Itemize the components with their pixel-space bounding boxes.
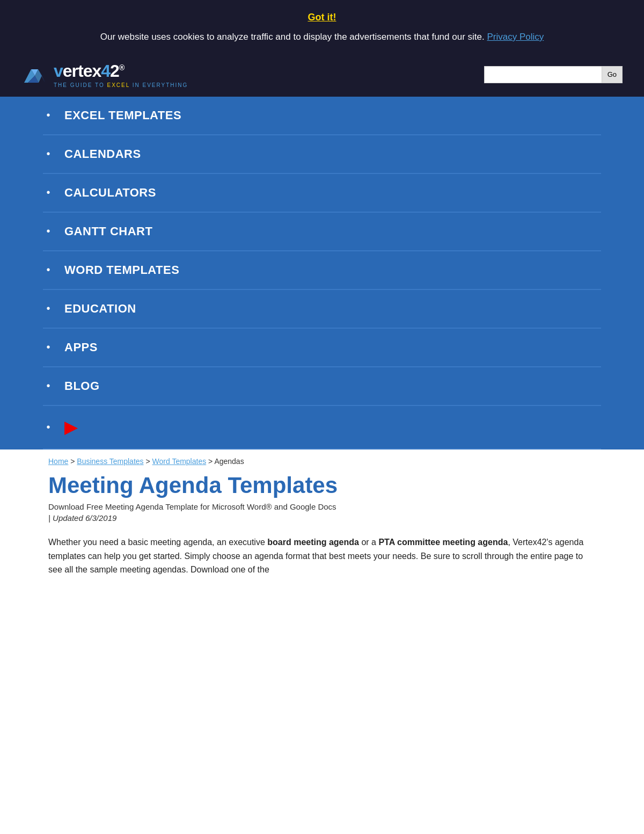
search-area: Go	[484, 66, 623, 83]
page-content: Meeting Agenda Templates Download Free M…	[0, 469, 644, 598]
nav-item-blog[interactable]: BLOG	[43, 367, 601, 406]
logo-subtitle: the guide to excel in everything	[54, 82, 188, 88]
cookie-message: Our website uses cookies to analyze traf…	[100, 32, 485, 42]
breadcrumb-sep2: >	[145, 457, 152, 466]
nav-link-calculators[interactable]: CALCULATORS	[64, 174, 156, 212]
desc-part1: Whether you need a basic meeting agenda,…	[48, 538, 267, 547]
desc-part2: or a	[359, 538, 378, 547]
breadcrumb-current: Agendas	[214, 457, 244, 466]
main-nav: EXCEL TEMPLATES CALENDARS CALCULATORS GA…	[0, 97, 644, 449]
nav-link-blog[interactable]: BLOG	[64, 367, 100, 405]
breadcrumb: Home > Business Templates > Word Templat…	[0, 449, 644, 469]
page-updated: | Updated 6/3/2019	[48, 513, 596, 523]
nav-link-excel-templates[interactable]: EXCEL TEMPLATES	[64, 97, 181, 134]
site-header: vertex42® the guide to excel in everythi…	[0, 55, 644, 97]
nav-link-education[interactable]: EDUCATION	[64, 290, 136, 328]
nav-item-calculators[interactable]: CALCULATORS	[43, 174, 601, 213]
page-title: Meeting Agenda Templates	[48, 473, 596, 498]
logo-title: vertex42®	[54, 61, 188, 81]
nav-item-apps[interactable]: APPS	[43, 329, 601, 367]
breadcrumb-sep3: >	[208, 457, 214, 466]
breadcrumb-word-templates[interactable]: Word Templates	[152, 457, 207, 466]
breadcrumb-business-templates[interactable]: Business Templates	[77, 457, 143, 466]
page-subtitle: Download Free Meeting Agenda Template fo…	[48, 502, 596, 511]
cookie-banner: Got it! Our website uses cookies to anal…	[0, 0, 644, 55]
nav-link-youtube[interactable]: ▶	[64, 406, 77, 448]
nav-item-word-templates[interactable]: WORD TEMPLATES	[43, 251, 601, 290]
nav-item-youtube[interactable]: ▶	[43, 406, 601, 449]
nav-item-excel-templates[interactable]: EXCEL TEMPLATES	[43, 97, 601, 135]
nav-item-education[interactable]: EDUCATION	[43, 290, 601, 329]
nav-link-calendars[interactable]: CALENDARS	[64, 135, 141, 173]
search-button[interactable]: Go	[602, 66, 623, 83]
breadcrumb-home[interactable]: Home	[48, 457, 68, 466]
logo-text-area: vertex42® the guide to excel in everythi…	[54, 61, 188, 88]
nav-item-gantt-chart[interactable]: GANTT CHART	[43, 213, 601, 251]
got-it-link[interactable]: Got it!	[21, 10, 623, 25]
logo-icon	[21, 64, 48, 85]
nav-link-word-templates[interactable]: WORD TEMPLATES	[64, 251, 179, 289]
nav-link-apps[interactable]: APPS	[64, 329, 98, 366]
nav-item-calendars[interactable]: CALENDARS	[43, 135, 601, 174]
nav-link-gantt-chart[interactable]: GANTT CHART	[64, 213, 152, 250]
search-input[interactable]	[484, 66, 602, 83]
nav-list: EXCEL TEMPLATES CALENDARS CALCULATORS GA…	[43, 97, 601, 449]
page-description: Whether you need a basic meeting agenda,…	[48, 535, 596, 577]
desc-bold1: board meeting agenda	[267, 538, 359, 547]
breadcrumb-sep1: >	[70, 457, 77, 466]
desc-bold2: PTA committee meeting agenda	[378, 538, 508, 547]
privacy-policy-link[interactable]: Privacy Policy	[487, 32, 544, 42]
logo-area: vertex42® the guide to excel in everythi…	[21, 61, 188, 88]
